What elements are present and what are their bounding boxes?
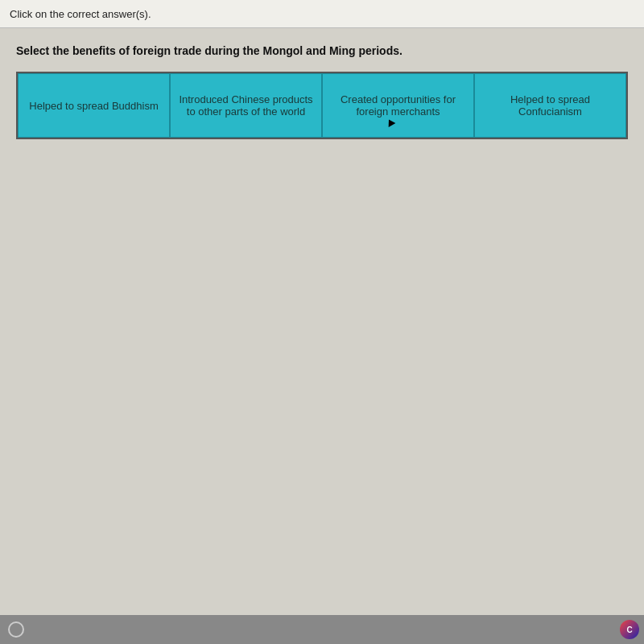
answer-label-4: Helped to spread Confucianism	[483, 93, 617, 118]
main-content: Select the benefits of foreign trade dur…	[0, 28, 644, 616]
instruction-text: Click on the correct answer(s).	[10, 8, 151, 20]
answer-option-3[interactable]: Created opportunities for foreign mercha…	[322, 73, 474, 138]
answers-container: Helped to spread Buddhism Introduced Chi…	[16, 72, 628, 139]
corner-icon[interactable]: C	[620, 620, 639, 639]
bottom-bar	[0, 615, 644, 644]
top-bar: Click on the correct answer(s).	[0, 0, 644, 28]
question-text: Select the benefits of foreign trade dur…	[16, 44, 628, 57]
home-button[interactable]	[8, 621, 24, 638]
answer-label-2: Introduced Chinese products to other par…	[179, 93, 313, 118]
screen: Click on the correct answer(s). Select t…	[0, 0, 644, 644]
answer-label-1: Helped to spread Buddhism	[29, 100, 158, 112]
answer-option-4[interactable]: Helped to spread Confucianism	[474, 73, 626, 138]
answer-option-1[interactable]: Helped to spread Buddhism	[18, 73, 170, 138]
answer-label-3: Created opportunities for foreign mercha…	[331, 93, 465, 118]
answer-option-2[interactable]: Introduced Chinese products to other par…	[170, 73, 322, 138]
